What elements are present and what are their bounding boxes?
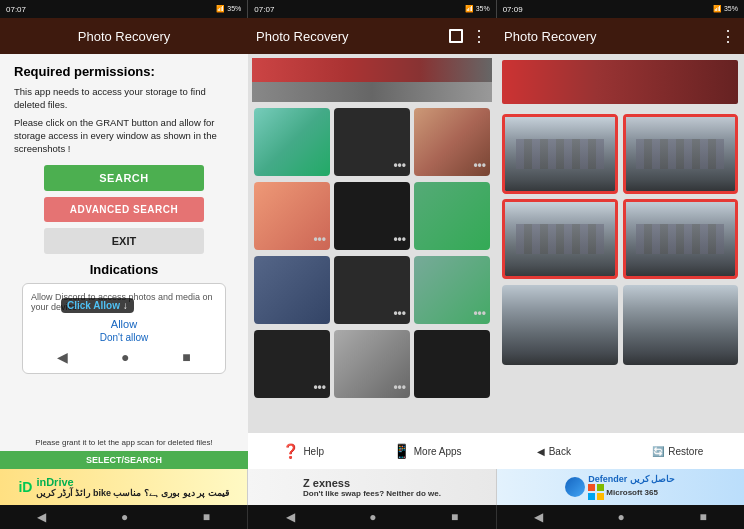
nav-home-icon[interactable]: ● bbox=[121, 349, 129, 365]
status-bar-1: 07:07 📶 35% bbox=[0, 0, 247, 18]
more-dots-5: ••• bbox=[393, 306, 406, 320]
photo-cell-10[interactable]: ••• bbox=[254, 330, 330, 398]
select-all-icon[interactable] bbox=[449, 29, 463, 43]
photo-cell-5[interactable]: ••• bbox=[334, 182, 410, 250]
photo-cell-1[interactable] bbox=[254, 108, 330, 176]
building-photo-1[interactable] bbox=[502, 114, 618, 194]
permissions-text1: This app needs to access your storage to… bbox=[14, 85, 234, 112]
building-photo-grid-2 bbox=[502, 285, 738, 365]
defender-ad[interactable]: Defender حاصل کریں Microsoft 365 bbox=[497, 469, 744, 505]
recents-nav-3[interactable]: ■ bbox=[699, 510, 706, 524]
restore-icon: 🔄 bbox=[652, 446, 664, 457]
status-bar-3: 07:09 📶 35% bbox=[496, 0, 744, 18]
dont-allow-button[interactable]: Don't allow bbox=[31, 332, 217, 343]
bottom-hint-text: Please grant it to let the app scan for … bbox=[0, 434, 248, 451]
screen1-header: Photo Recovery bbox=[0, 18, 248, 54]
back-nav-3[interactable]: ◀ bbox=[534, 510, 543, 524]
photo-cell-12[interactable] bbox=[414, 330, 490, 398]
recents-nav-2[interactable]: ■ bbox=[451, 510, 458, 524]
search-button[interactable]: SEARCH bbox=[44, 165, 204, 191]
top-photo-strip bbox=[252, 58, 492, 102]
screen-photo-grid: Photo Recovery ⋮ ••• ••• bbox=[248, 18, 496, 469]
screen2-header: Photo Recovery ⋮ bbox=[248, 18, 496, 54]
time-2: 07:07 bbox=[254, 5, 274, 14]
more-dots-3: ••• bbox=[313, 232, 326, 246]
time-1: 07:07 bbox=[6, 5, 26, 14]
dialog-nav: ◀ ● ■ bbox=[31, 349, 217, 365]
time-3: 07:09 bbox=[503, 5, 523, 14]
recents-nav-1[interactable]: ■ bbox=[203, 510, 210, 524]
svg-rect-3 bbox=[597, 493, 604, 500]
permissions-text2: Please click on the GRANT button and all… bbox=[14, 116, 234, 156]
photo-row-1: ••• ••• bbox=[254, 108, 490, 176]
building-photo-2[interactable] bbox=[623, 114, 739, 194]
photo-cell-9[interactable]: ••• bbox=[414, 256, 490, 324]
back-button[interactable]: ◀ Back bbox=[537, 446, 571, 457]
defender-icon bbox=[565, 477, 585, 497]
photo-cell-2[interactable]: ••• bbox=[334, 108, 410, 176]
indrive-ad-content: inDrive قیمت پر دیو بوری ہے؟ مناسب bike … bbox=[36, 476, 229, 498]
nav-row: ◀ ● ■ ◀ ● ■ ◀ ● ■ bbox=[0, 505, 744, 529]
more-dots-8: ••• bbox=[393, 380, 406, 394]
home-nav-2[interactable]: ● bbox=[369, 510, 376, 524]
icons-2: 📶 35% bbox=[465, 5, 490, 13]
home-nav-3[interactable]: ● bbox=[618, 510, 625, 524]
exness-text: Don't like swap fees? Neither do we. bbox=[303, 489, 441, 498]
menu-dots-icon[interactable]: ⋮ bbox=[471, 27, 488, 46]
building-photo-grid bbox=[502, 114, 738, 279]
screen3-menu-icon[interactable]: ⋮ bbox=[720, 27, 736, 46]
screen2-header-icons: ⋮ bbox=[449, 27, 488, 46]
ads-row: iD inDrive قیمت پر دیو بوری ہے؟ مناسب bi… bbox=[0, 469, 744, 505]
screen3-bottom-bar: ◀ Back 🔄 Restore bbox=[496, 433, 744, 469]
building-photo-4[interactable] bbox=[623, 199, 739, 279]
nav-section-1: ◀ ● ■ bbox=[0, 505, 248, 529]
photo-cell-7[interactable] bbox=[254, 256, 330, 324]
photo-row-3: ••• ••• bbox=[254, 256, 490, 324]
defender-brand: Defender حاصل کریں bbox=[588, 474, 675, 484]
indications-label: Indications bbox=[14, 262, 234, 277]
indrive-brand: inDrive bbox=[36, 476, 229, 488]
exness-logo: Z exness bbox=[303, 477, 441, 489]
photo-grid[interactable]: ••• ••• ••• ••• ••• bbox=[248, 102, 496, 433]
exit-button[interactable]: EXIT bbox=[44, 228, 204, 254]
svg-rect-1 bbox=[597, 484, 604, 491]
photo-cell-8[interactable]: ••• bbox=[334, 256, 410, 324]
nav-recents-icon[interactable]: ■ bbox=[182, 349, 190, 365]
nav-back-icon[interactable]: ◀ bbox=[57, 349, 68, 365]
help-button[interactable]: ❓ Help bbox=[282, 443, 324, 459]
back-nav-1[interactable]: ◀ bbox=[37, 510, 46, 524]
building-photo-5[interactable] bbox=[502, 285, 618, 365]
photo-row-4: ••• ••• bbox=[254, 330, 490, 398]
nav-section-2: ◀ ● ■ bbox=[248, 505, 496, 529]
screen2-title: Photo Recovery bbox=[256, 29, 349, 44]
ms-logo-svg bbox=[588, 484, 604, 500]
allow-button[interactable]: Allow bbox=[31, 318, 217, 330]
advanced-search-button[interactable]: ADVANCED SEARCH bbox=[44, 197, 204, 222]
building-photo-3[interactable] bbox=[502, 199, 618, 279]
indrive-ad[interactable]: iD inDrive قیمت پر دیو بوری ہے؟ مناسب bi… bbox=[0, 469, 248, 505]
more-dots-6: ••• bbox=[473, 306, 486, 320]
home-nav-1[interactable]: ● bbox=[121, 510, 128, 524]
svg-rect-0 bbox=[588, 484, 595, 491]
photo-cell-6[interactable] bbox=[414, 182, 490, 250]
help-label: Help bbox=[303, 446, 324, 457]
photo-cell-11[interactable]: ••• bbox=[334, 330, 410, 398]
permissions-heading: Required permissions: bbox=[14, 64, 234, 79]
screen1-body: Required permissions: This app needs to … bbox=[0, 54, 248, 434]
exness-ad-content: Z exness Don't like swap fees? Neither d… bbox=[303, 477, 441, 498]
top-people-photo[interactable] bbox=[502, 60, 738, 104]
screen-selected-photos: Photo Recovery ⋮ bbox=[496, 18, 744, 469]
screen3-title: Photo Recovery bbox=[504, 29, 597, 44]
photo-cell-3[interactable]: ••• bbox=[414, 108, 490, 176]
indrive-text: قیمت پر دیو بوری ہے؟ مناسب bike رائڈ آرڈ… bbox=[36, 488, 229, 498]
svg-rect-2 bbox=[588, 493, 595, 500]
building-photo-6[interactable] bbox=[623, 285, 739, 365]
microsoft365-logo: Microsoft 365 bbox=[588, 484, 675, 500]
screen3-body bbox=[496, 54, 744, 433]
exness-ad[interactable]: Z exness Don't like swap fees? Neither d… bbox=[248, 469, 496, 505]
photo-cell-4[interactable]: ••• bbox=[254, 182, 330, 250]
restore-button[interactable]: 🔄 Restore bbox=[652, 446, 703, 457]
more-apps-button[interactable]: 📱 More Apps bbox=[393, 443, 462, 459]
back-label: Back bbox=[549, 446, 571, 457]
back-nav-2[interactable]: ◀ bbox=[286, 510, 295, 524]
